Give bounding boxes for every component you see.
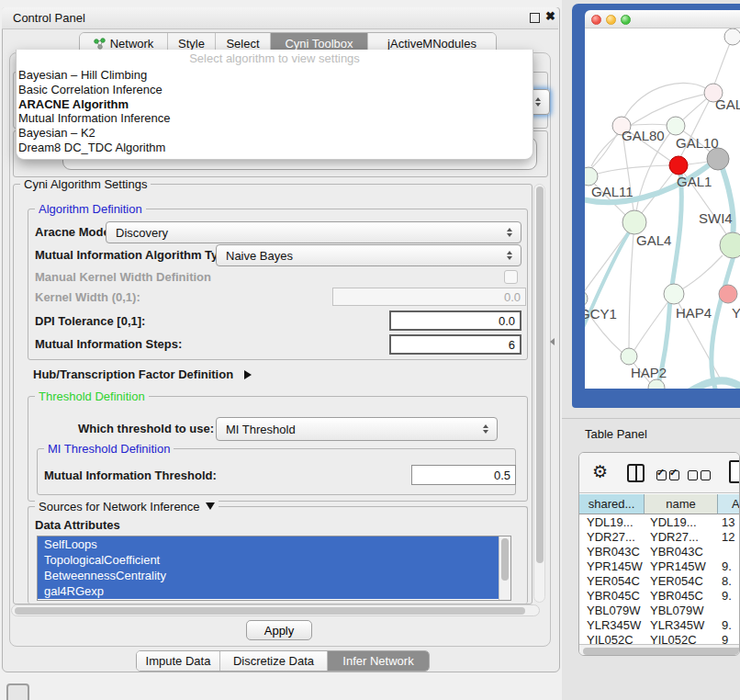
network-node-label: GAL4 [636, 232, 671, 248]
mi-threshold-input[interactable] [411, 465, 516, 485]
zoom-window-icon[interactable] [621, 15, 631, 25]
sources-collapse-toggle[interactable]: Sources for Network Inference [35, 500, 219, 514]
manual-kernel-checkbox [504, 270, 518, 284]
dpi-tolerance-input[interactable] [389, 310, 521, 331]
mi-algorithm-type-select[interactable]: Naive Bayes [216, 244, 521, 266]
table-row[interactable]: YBR045CYBR045C9. [579, 589, 740, 604]
network-node[interactable] [585, 167, 598, 186]
deselect-all-icon[interactable] [688, 470, 698, 480]
algorithm-option[interactable]: Mutual Information Inference [17, 111, 533, 126]
scrollbar-thumb[interactable] [583, 648, 740, 655]
table-cell: 9. [718, 589, 732, 604]
groupbox-title: Cyni Algorithm Settings [20, 177, 151, 191]
stepper-arrows-icon [502, 251, 517, 260]
network-node[interactable] [707, 148, 729, 170]
table-row[interactable]: YER054CYER054C8. [579, 574, 740, 589]
table-panel-title: Table Panel [585, 427, 647, 441]
table-cell: YER054C [579, 574, 645, 589]
network-node[interactable] [664, 284, 684, 304]
table-row[interactable]: YDR27...YDR27...12 [579, 530, 740, 545]
table-cell: 13 [718, 515, 734, 530]
algorithm-dropdown-popup: Select algorithm to view settings Bayesi… [16, 50, 533, 160]
table-row[interactable]: YBL079WYBL079W [579, 604, 740, 618]
network-view-canvas[interactable]: GALGAL80GAL10GAL1GAL11SWI4GAL4GCY1HAP4YH… [585, 28, 740, 389]
new-table-icon[interactable] [729, 460, 740, 483]
settings-horizontal-scrollbar[interactable] [11, 604, 540, 616]
network-edge[interactable] [629, 222, 634, 348]
aracne-mode-select[interactable]: Discovery [106, 221, 521, 243]
select-all-icon[interactable] [656, 470, 667, 480]
select-all-icon[interactable] [669, 470, 679, 480]
table-cell: YBR043C [645, 545, 718, 559]
scrollbar-thumb[interactable] [536, 186, 544, 563]
network-edge[interactable] [656, 171, 681, 389]
stepper-arrows-icon [478, 424, 493, 434]
network-node[interactable] [669, 156, 688, 175]
algorithm-option[interactable]: Bayesian – Hill Climbing [17, 68, 533, 83]
gear-icon[interactable]: ⚙ [592, 461, 608, 482]
scrollbar-thumb[interactable] [501, 538, 509, 581]
table-row[interactable]: YIL052CYIL052C9 [579, 633, 740, 644]
split-pane-collapse-icon[interactable] [550, 338, 555, 345]
algorithm-options-list: Bayesian – Hill ClimbingBasic Correlatio… [17, 68, 533, 155]
table-cell: YPR145W [579, 559, 645, 574]
algorithm-option[interactable]: Bayesian – K2 [17, 126, 533, 141]
hub-definition-label: Hub/Transcription Factor Definition [33, 367, 233, 381]
settings-vertical-scrollbar[interactable] [533, 184, 545, 603]
table-cell: 12 [718, 530, 734, 545]
cyni-bottom-tabs: Impute Data Discretize Data Infer Networ… [136, 650, 430, 672]
network-node[interactable] [667, 117, 685, 135]
network-node-label: GAL1 [677, 174, 712, 189]
list-vertical-scrollbar[interactable] [499, 536, 510, 600]
panel-corner-icon[interactable] [6, 683, 29, 700]
table-horizontal-scrollbar[interactable] [579, 644, 740, 656]
attribute-list-item[interactable]: TopologicalCoefficient [38, 552, 499, 568]
attribute-list-item[interactable]: gal4RGexp [38, 583, 499, 599]
column-header-third[interactable]: A [718, 494, 740, 514]
stepper-arrows-icon [502, 228, 517, 237]
apply-button[interactable]: Apply [246, 620, 312, 640]
mi-steps-input[interactable] [389, 334, 521, 355]
tab-discretize-data[interactable]: Discretize Data [219, 651, 327, 671]
network-node[interactable] [648, 379, 665, 389]
table-cell: YBR045C [579, 589, 645, 604]
deselect-all-icon[interactable] [701, 470, 711, 480]
float-window-icon[interactable] [530, 13, 540, 23]
minimize-window-icon[interactable] [606, 15, 616, 25]
table-row[interactable]: YDL19...YDL19...13 [579, 515, 740, 530]
attribute-list-item[interactable]: SelfLoops [38, 536, 499, 552]
tab-impute-data[interactable]: Impute Data [137, 651, 219, 671]
network-node[interactable] [724, 28, 740, 45]
network-node[interactable] [720, 232, 740, 258]
tab-infer-network[interactable]: Infer Network [327, 651, 429, 671]
algorithm-option[interactable]: Basic Correlation Inference [17, 83, 533, 97]
table-cell: YDR27... [579, 530, 645, 545]
attribute-list-item[interactable]: BetweennessCentrality [38, 568, 499, 583]
table-row[interactable]: YPR145WYPR145W9. [579, 559, 740, 574]
network-node[interactable] [622, 210, 646, 234]
network-node[interactable] [621, 348, 637, 365]
table-row[interactable]: YBR043CYBR043C [579, 545, 740, 559]
column-view-icon[interactable] [627, 464, 645, 482]
scrollbar-thumb[interactable] [15, 607, 525, 615]
network-node[interactable] [585, 290, 588, 307]
algorithm-option[interactable]: Dream8 DC_TDC Algorithm [17, 141, 533, 155]
column-header-name[interactable]: name [645, 494, 718, 514]
mi-steps-label: Mutual Information Steps: [35, 337, 182, 351]
close-icon[interactable]: ✖ [545, 9, 555, 23]
tab-label: Select [226, 37, 259, 51]
groupbox-title: MI Threshold Definition [44, 442, 174, 456]
network-node[interactable] [719, 285, 737, 303]
network-node-label: GCY1 [585, 306, 617, 322]
table-cell: YDL19... [579, 515, 645, 530]
which-threshold-select[interactable]: MI Threshold [216, 417, 498, 441]
expand-right-icon [244, 370, 252, 379]
which-threshold-label: Which threshold to use: [78, 422, 214, 435]
algorithm-option[interactable]: ARACNE Algorithm [17, 97, 533, 112]
network-edge[interactable] [585, 232, 629, 339]
hub-definition-expander[interactable]: Hub/Transcription Factor Definition [33, 367, 252, 381]
column-header-shared-name[interactable]: shared... [579, 494, 645, 514]
network-edge[interactable] [624, 83, 713, 118]
table-row[interactable]: YLR345WYLR345W9. [579, 618, 740, 633]
close-window-icon[interactable] [591, 15, 601, 25]
